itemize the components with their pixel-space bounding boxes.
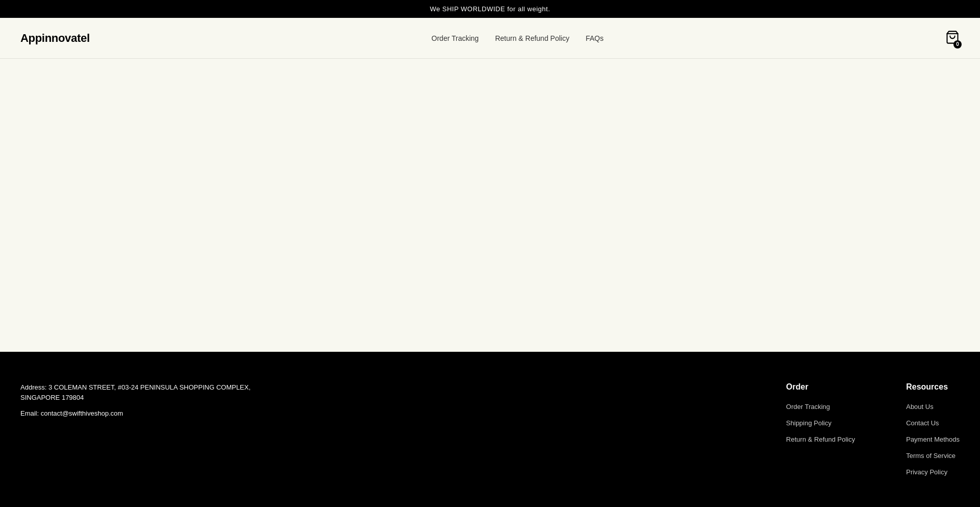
- logo[interactable]: Appinnovatel: [20, 32, 90, 45]
- nav-link-order-tracking[interactable]: Order Tracking: [431, 34, 479, 42]
- footer-column-resources-heading: Resources: [906, 382, 960, 392]
- footer-column-resources: Resources About Us Contact Us Payment Me…: [906, 382, 960, 476]
- footer-link-return-refund: Return & Refund Policy: [786, 434, 855, 444]
- nav-link-faqs[interactable]: FAQs: [585, 34, 603, 42]
- footer-column-order: Order Order Tracking Shipping Policy Ret…: [786, 382, 855, 476]
- footer-link-about-us-anchor[interactable]: About Us: [906, 403, 933, 411]
- announcement-bar: We SHIP WORLDWIDE for all weight.: [0, 0, 980, 18]
- header: Appinnovatel Order Tracking Return & Ref…: [0, 18, 980, 59]
- footer-columns: Order Order Tracking Shipping Policy Ret…: [786, 382, 960, 476]
- footer-column-resources-links: About Us Contact Us Payment Methods Term…: [906, 402, 960, 476]
- footer-link-contact-us: Contact Us: [906, 418, 960, 427]
- cart-button[interactable]: 0: [945, 30, 960, 46]
- main-content: [0, 59, 980, 352]
- footer-address: Address: 3 COLEMAN STREET, #03-24 PENINS…: [20, 382, 276, 402]
- footer-link-return-refund-anchor[interactable]: Return & Refund Policy: [786, 436, 855, 443]
- footer-link-order-tracking-anchor[interactable]: Order Tracking: [786, 403, 830, 411]
- footer-link-shipping-policy-anchor[interactable]: Shipping Policy: [786, 419, 831, 427]
- announcement-text: We SHIP WORLDWIDE for all weight.: [430, 5, 550, 13]
- footer-left: Address: 3 COLEMAN STREET, #03-24 PENINS…: [20, 382, 276, 419]
- footer-link-contact-us-anchor[interactable]: Contact Us: [906, 419, 939, 427]
- footer-email: Email: contact@swifthiveshop.com: [20, 408, 276, 419]
- footer-link-shipping-policy: Shipping Policy: [786, 418, 855, 427]
- main-nav: Order Tracking Return & Refund Policy FA…: [431, 34, 603, 43]
- footer: Address: 3 COLEMAN STREET, #03-24 PENINS…: [0, 352, 980, 507]
- footer-link-order-tracking: Order Tracking: [786, 402, 855, 411]
- nav-item-faqs: FAQs: [585, 34, 603, 43]
- nav-item-refund-policy: Return & Refund Policy: [495, 34, 570, 43]
- nav-item-order-tracking: Order Tracking: [431, 34, 479, 43]
- footer-link-terms-of-service-anchor[interactable]: Terms of Service: [906, 452, 955, 460]
- footer-inner: Address: 3 COLEMAN STREET, #03-24 PENINS…: [20, 382, 960, 476]
- footer-column-order-heading: Order: [786, 382, 855, 392]
- footer-link-privacy-policy: Privacy Policy: [906, 467, 960, 476]
- footer-link-payment-methods: Payment Methods: [906, 434, 960, 444]
- nav-links: Order Tracking Return & Refund Policy FA…: [431, 34, 603, 43]
- footer-link-about-us: About Us: [906, 402, 960, 411]
- footer-link-privacy-policy-anchor[interactable]: Privacy Policy: [906, 468, 947, 476]
- cart-badge: 0: [953, 40, 962, 49]
- footer-column-order-links: Order Tracking Shipping Policy Return & …: [786, 402, 855, 444]
- nav-link-refund-policy[interactable]: Return & Refund Policy: [495, 34, 570, 42]
- footer-link-payment-methods-anchor[interactable]: Payment Methods: [906, 436, 960, 443]
- footer-link-terms-of-service: Terms of Service: [906, 451, 960, 460]
